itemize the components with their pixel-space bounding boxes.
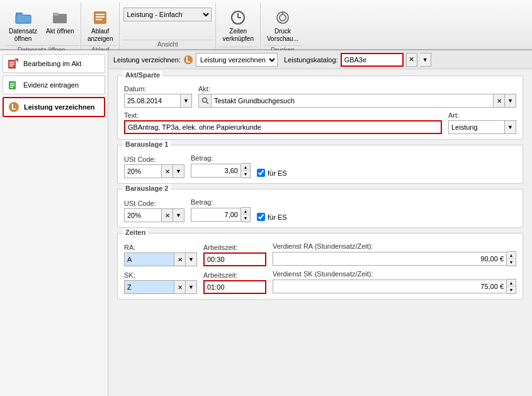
ba2-ust-x-btn[interactable]: ✕ [162,208,173,222]
datum-group: Datum: ▼ [124,85,192,108]
ablauf-icon [90,8,110,28]
zeiten-verknuepfen-label: Zeitenverknüpfen [222,28,253,43]
ra-verdienst-input[interactable] [273,252,507,266]
sk-x-btn[interactable]: ✕ [174,280,186,294]
akt-oeffnen-label: Akt öffnen [46,28,74,35]
leistung-icon: L [8,101,20,113]
folder-open-icon [13,8,33,28]
akt-arrow-btn[interactable]: ▼ [505,94,516,108]
akt-group: Akt: ✕ ▼ [198,85,516,108]
ba2-betrag-wrap: ▲ ▼ [191,207,251,222]
sk-verdienst-spin-down[interactable]: ▼ [507,286,516,293]
ra-input[interactable] [124,252,174,266]
sk-input[interactable] [124,280,174,294]
ba2-row: USt Code: ✕ ▼ Betrag: ▲ [124,198,516,222]
sidebar-item-evidenz[interactable]: Evidenz eintragen [3,76,105,94]
svg-rect-18 [9,64,14,65]
sk-arrow-btn[interactable]: ▼ [186,280,197,294]
leistung-verzeichnen-dropdown[interactable]: Leistung verzeichnen [196,53,278,67]
art-arrow-btn[interactable]: ▼ [505,120,516,134]
svg-text:L: L [186,55,190,64]
katalog-input[interactable] [341,53,404,67]
svg-line-30 [206,102,208,105]
akt-input[interactable] [211,94,494,108]
svg-rect-24 [10,87,13,88]
akt-sparte-title: Akt/Sparte [123,71,162,79]
datum-input[interactable] [124,94,181,108]
print-icon [273,8,293,28]
ba1-fuer-es-checkbox[interactable] [257,169,265,177]
datum-arrow-btn[interactable]: ▼ [181,94,192,108]
sk-verdienst-spin-up[interactable]: ▲ [507,280,516,286]
akt-oeffnen-button[interactable]: Akt öffnen [42,5,78,38]
ba1-betrag-label: Betrag: [191,154,251,162]
toolbar-group-datensatz: Datensatz öffnen Akt öffnen Datensatz öf… [3,3,81,49]
druck-vorschau-label: DruckVorschau... [267,28,298,43]
art-input-wrap: ▼ [448,120,516,134]
ra-group: RA: ✕ ▼ [124,244,197,266]
ba2-spin-up[interactable]: ▲ [241,208,250,215]
ra-row: RA: ✕ ▼ Arbeitszeit: Verdienst RA (Stund… [124,242,516,266]
ba1-spin-down[interactable]: ▼ [241,171,250,178]
ba1-spin-up[interactable]: ▲ [241,164,250,171]
akt-x-btn[interactable]: ✕ [494,94,505,108]
ra-verdienst-spin-down[interactable]: ▼ [507,259,516,266]
katalog-arrow-button[interactable]: ▼ [420,53,431,67]
toolbar-group-zeiten-title [218,47,257,49]
ba1-betrag-input[interactable] [191,164,241,178]
zeiten-title: Zeiten [123,229,148,236]
content-area: Leistung verzeichnen: L Leistung verzeic… [108,50,532,396]
svg-rect-9 [96,19,102,20]
katalog-x-button[interactable]: ✕ [406,53,417,67]
toolbar: Datensatz öffnen Akt öffnen Datensatz öf… [0,0,532,50]
toolbar-group-drucken: DruckVorschau... Drucken [261,3,305,49]
ablauf-anzeigen-button[interactable]: Ablaufanzeigen [84,5,117,45]
svg-rect-19 [9,65,13,67]
art-label: Art: [448,111,516,119]
ba2-fuer-es-label: für ES [268,213,287,221]
ba1-row: USt Code: ✕ ▼ Betrag: ▲ [124,154,516,178]
ra-arbeitszeit-input[interactable] [203,252,266,266]
ba2-ust-arrow-btn[interactable]: ▼ [173,208,184,222]
sidebar-item-leistung-label: Leistung verzeichnen [24,103,94,111]
ra-verdienst-label: Verdienst RA (Stundensatz/Zeit): [273,242,516,250]
ra-label: RA: [124,244,197,251]
ba1-ust-x-btn[interactable]: ✕ [162,164,173,178]
content-topbar: Leistung verzeichnen: L Leistung verzeic… [108,50,532,69]
sidebar-item-bearbeitung-label: Bearbeitung im Akt [23,60,81,67]
druck-vorschau-button[interactable]: DruckVorschau... [263,5,302,45]
art-group: Art: ▼ [448,111,516,134]
sk-verdienst-input[interactable] [273,280,507,293]
sidebar-item-leistung[interactable]: L Leistung verzeichnen [3,97,105,117]
sk-arbeitszeit-input[interactable] [203,280,266,294]
ra-x-btn[interactable]: ✕ [174,252,186,266]
ba1-ust-arrow-btn[interactable]: ▼ [173,164,184,178]
ra-verdienst-spin-up[interactable]: ▲ [507,252,516,259]
text-group: Text: [124,111,442,134]
sk-group: SK: ✕ ▼ [124,271,197,294]
ba1-fuer-es-group: für ES [257,169,287,178]
art-input[interactable] [448,120,505,134]
ba2-ust-group: USt Code: ✕ ▼ [124,200,184,222]
zeiten-verknuepfen-button[interactable]: Zeitenverknüpfen [218,5,257,45]
leistung-verzeichnen-topbar-label: Leistung verzeichnen: [113,56,181,64]
ba2-ust-input[interactable] [124,208,162,222]
ba2-spin-down[interactable]: ▼ [241,215,250,222]
ba2-fuer-es-checkbox[interactable] [257,213,265,221]
ba1-spin-btns: ▲ ▼ [241,163,251,178]
akt-label: Akt: [198,85,516,93]
datensatz-oeffnen-button[interactable]: Datensatz öffnen [5,5,41,45]
sidebar-item-bearbeitung[interactable]: Bearbeitung im Akt [3,54,105,73]
ba1-ust-input[interactable] [124,164,162,178]
ansicht-dropdown[interactable]: Leistung - Einfach Leistung - Erweitert [123,8,212,21]
text-input[interactable] [124,120,442,134]
ba1-ust-group: USt Code: ✕ ▼ [124,156,184,178]
ba1-ust-wrap: ✕ ▼ [124,164,184,178]
text-label: Text: [124,111,442,119]
ra-arrow-btn[interactable]: ▼ [186,252,197,266]
akt-search-icon [198,94,211,108]
sk-verdienst-wrap: ▲ ▼ [273,279,516,294]
sk-input-wrap: ✕ ▼ [124,280,197,294]
svg-rect-17 [9,62,14,63]
ba2-betrag-input[interactable] [191,208,241,222]
